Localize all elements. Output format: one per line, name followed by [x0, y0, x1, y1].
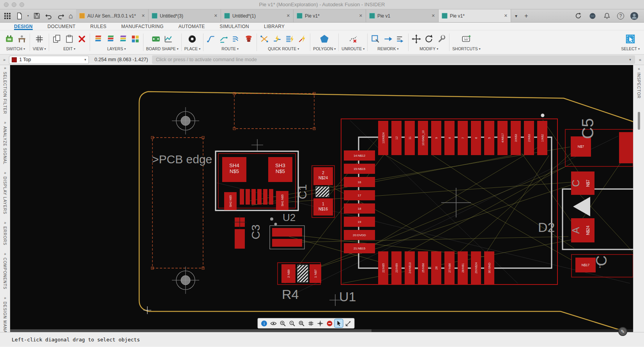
grid-toggle-icon[interactable] [307, 319, 315, 327]
pcb-canvas[interactable]: >PCB edge SH4 N$5 SH3 N$5 SH2 N$5 SH1 N$… [10, 65, 633, 332]
switch-workbench-icon[interactable] [17, 34, 27, 44]
expand-chevron-icon[interactable]: » [4, 296, 6, 300]
help-icon[interactable]: ? [617, 12, 624, 19]
app-grid-menu-icon[interactable] [3, 12, 12, 20]
wrench-icon[interactable] [436, 34, 446, 44]
origin-mark-icon[interactable] [316, 319, 324, 327]
rework-arrow-icon[interactable] [383, 34, 393, 44]
expand-chevron-icon[interactable]: » [4, 66, 6, 70]
layer-select[interactable]: 1 Top ▾ [9, 56, 89, 64]
ic-top-pins[interactable]: 13:N$24121110:GND_10987654:N$173:N$32:N$… [378, 121, 547, 155]
menu-library[interactable]: LIBRARY [264, 23, 285, 30]
mounting-hole[interactable] [172, 267, 199, 294]
layer-settings-icon[interactable] [130, 34, 140, 44]
panel-selection-filter[interactable]: » SELECTION FILTER [3, 66, 7, 114]
menu-manufacturing[interactable]: MANUFACTURING [121, 23, 164, 30]
expand-chevron-icon[interactable]: » [4, 252, 6, 256]
close-icon[interactable]: ✕ [287, 13, 290, 18]
pcb-c1[interactable]: 2 N$24 1 N$16 C1 [296, 166, 334, 217]
new-tab-button[interactable]: + [521, 9, 531, 22]
paste-icon[interactable] [64, 34, 74, 44]
expand-chevron-icon[interactable]: » [4, 171, 6, 175]
zoom-window-icon[interactable] [297, 319, 306, 327]
quick-route-multi-icon[interactable] [285, 34, 295, 44]
place-via-icon[interactable] [187, 34, 197, 44]
vertical-scrollbar-thumb[interactable] [638, 112, 640, 130]
document-tab-active[interactable]: Pie v1* ✕ [439, 9, 511, 22]
menu-rules[interactable]: RULES [90, 23, 107, 30]
via-stitch-icon[interactable] [244, 34, 254, 44]
via-dot[interactable] [541, 114, 545, 117]
select-cursor-icon[interactable] [335, 319, 343, 327]
pcb-u1-ic[interactable]: 13:N$24121110:GND_10987654:N$173:N$32:N$… [329, 119, 557, 306]
quick-route-single-icon[interactable] [297, 34, 307, 44]
ic-bottom-pins[interactable]: 22:N$523:N$924:N$1325:N$82627:N$628:N$12… [378, 251, 494, 284]
layer-stack-alt-icon[interactable] [105, 34, 115, 44]
pcb-c3-u2[interactable]: U2 C3 [233, 212, 304, 249]
shortcuts-panel-icon[interactable] [461, 34, 471, 44]
document-tab[interactable]: Untitled*(3) ✕ [149, 9, 221, 22]
polygon-icon[interactable] [319, 34, 330, 44]
window-controls[interactable] [4, 2, 24, 7]
view-grid-icon[interactable] [34, 34, 44, 44]
zoom-out-icon[interactable] [288, 319, 296, 327]
close-icon[interactable]: ✕ [504, 13, 508, 18]
file-menu-icon[interactable] [15, 12, 24, 20]
sync-icon[interactable] [574, 12, 582, 20]
route-multi-icon[interactable] [231, 34, 241, 44]
close-icon[interactable]: ✕ [142, 13, 145, 18]
collapse-chevron-icon[interactable]: « [639, 57, 641, 62]
close-icon[interactable]: ✕ [432, 13, 435, 18]
info-icon[interactable]: i [260, 319, 268, 327]
maximize-window-icon[interactable] [19, 2, 24, 7]
rotate-icon[interactable] [424, 34, 434, 44]
collapse-chevron-icon[interactable]: » [3, 57, 5, 62]
home-icon[interactable]: ⌂ [69, 12, 73, 19]
pad-r4-hatched[interactable] [297, 265, 308, 282]
dimension-icon[interactable] [344, 319, 352, 327]
command-line-input[interactable]: Click or press / to activate command lin… [152, 55, 635, 64]
panel-design-manager[interactable]: » DESIGN MANAGER [3, 296, 7, 332]
user-avatar[interactable] [630, 12, 639, 20]
expand-chevron-icon[interactable]: « [638, 67, 640, 71]
panel-display-layers[interactable]: » DISPLAY LAYERS [3, 171, 7, 214]
unroute-icon[interactable] [348, 34, 358, 44]
panel-analyze-signal[interactable]: » ANALYZE SIGNAL [3, 120, 7, 164]
close-icon[interactable]: ✕ [214, 13, 218, 18]
document-tab[interactable]: Pie v1 ✕ [366, 9, 439, 22]
visibility-eye-icon[interactable] [269, 319, 278, 327]
pcb-r4[interactable]: 2 N$9 1 N$7 R4 [278, 263, 321, 302]
notifications-bell-icon[interactable] [603, 12, 611, 20]
document-tab[interactable]: Untitled*(1) ✕ [221, 9, 294, 22]
save-icon[interactable] [32, 12, 41, 20]
copy-icon[interactable] [52, 34, 62, 44]
panel-components[interactable]: » COMPONENTS [3, 252, 7, 290]
close-icon[interactable]: ✕ [359, 13, 363, 18]
move-icon[interactable] [411, 34, 421, 44]
pcb-bottom-right[interactable]: N$17 1 C [571, 254, 633, 277]
expand-chevron-icon[interactable]: » [4, 221, 6, 225]
pcb-d2[interactable]: C N$7 A N$24 D2 [538, 171, 633, 249]
route-manual-icon[interactable] [206, 34, 216, 44]
tab-list-caret-icon[interactable]: ▾ [511, 9, 521, 22]
select-tool-icon[interactable] [625, 33, 636, 45]
layer-stack-icon[interactable] [93, 34, 103, 44]
rework-lines-icon[interactable] [395, 34, 405, 44]
pcb-c5[interactable]: N$7 C5 [565, 118, 633, 166]
board-outline-icon[interactable] [151, 34, 161, 44]
layer-stack-edit-icon[interactable] [118, 34, 128, 44]
delete-icon[interactable] [77, 34, 87, 44]
redo-icon[interactable] [57, 12, 65, 20]
scrollbar-thumb[interactable] [10, 329, 372, 332]
mounting-hole[interactable] [172, 107, 199, 134]
quick-route-bolt-icon[interactable] [272, 34, 282, 44]
menu-design[interactable]: DESIGN [14, 23, 33, 30]
menu-document[interactable]: DOCUMENT [48, 23, 76, 30]
zoom-in-icon[interactable] [279, 319, 287, 327]
document-tab[interactable]: AU Air Sen...R3.0.1 v1* ✕ [76, 9, 149, 22]
menu-simulation[interactable]: SIMULATION [220, 23, 249, 30]
pad-c1-hatched[interactable] [316, 187, 329, 197]
quick-route-cross-icon[interactable] [260, 34, 270, 44]
panel-inspector[interactable]: INSPECTOR [637, 72, 641, 99]
markup-pencil-icon[interactable]: ✎ [618, 327, 627, 336]
